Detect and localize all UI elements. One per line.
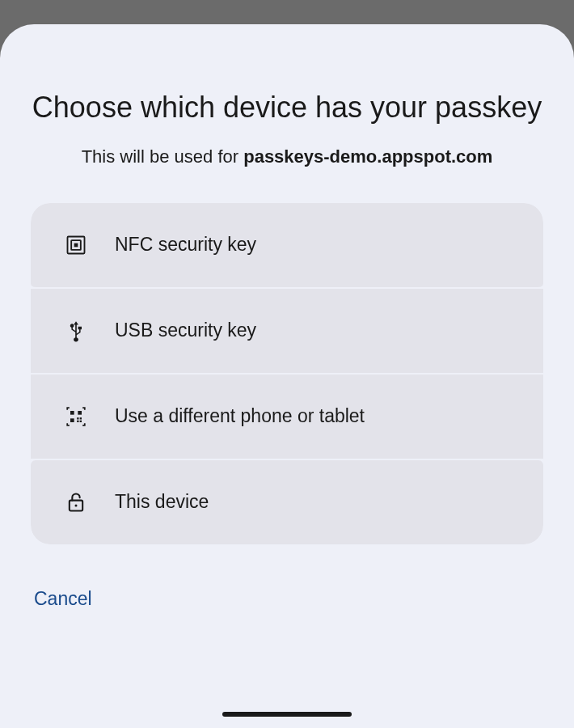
sheet-subtitle: This will be used for passkeys-demo.apps… bbox=[31, 146, 543, 167]
option-label: NFC security key bbox=[115, 234, 256, 256]
svg-rect-4 bbox=[78, 411, 82, 415]
svg-point-11 bbox=[74, 504, 77, 506]
cancel-row: Cancel bbox=[31, 544, 543, 654]
svg-rect-5 bbox=[70, 418, 74, 422]
option-usb-security-key[interactable]: USB security key bbox=[31, 289, 543, 375]
option-this-device[interactable]: This device bbox=[31, 460, 543, 544]
svg-rect-2 bbox=[74, 243, 78, 247]
svg-rect-8 bbox=[77, 420, 78, 421]
option-different-phone-tablet[interactable]: Use a different phone or tablet bbox=[31, 375, 543, 460]
option-nfc-security-key[interactable]: NFC security key bbox=[31, 203, 543, 289]
svg-rect-6 bbox=[77, 417, 78, 419]
svg-rect-7 bbox=[80, 417, 82, 419]
cancel-button[interactable]: Cancel bbox=[34, 582, 92, 616]
option-label: This device bbox=[115, 491, 209, 513]
subtitle-domain: passkeys-demo.appspot.com bbox=[243, 146, 492, 167]
option-label: USB security key bbox=[115, 320, 256, 341]
option-label: Use a different phone or tablet bbox=[115, 405, 365, 427]
device-options-list: NFC security key USB security key bbox=[31, 203, 543, 544]
subtitle-prefix: This will be used for bbox=[82, 146, 244, 167]
passkey-device-sheet: Choose which device has your passkey Thi… bbox=[0, 24, 574, 728]
lock-open-icon bbox=[65, 491, 87, 514]
svg-rect-9 bbox=[80, 420, 82, 421]
android-nav-handle[interactable] bbox=[222, 712, 352, 717]
sheet-title: Choose which device has your passkey bbox=[31, 89, 543, 127]
svg-rect-3 bbox=[70, 411, 74, 415]
nfc-icon bbox=[65, 234, 87, 256]
qr-icon bbox=[65, 405, 87, 428]
usb-icon bbox=[65, 320, 87, 342]
